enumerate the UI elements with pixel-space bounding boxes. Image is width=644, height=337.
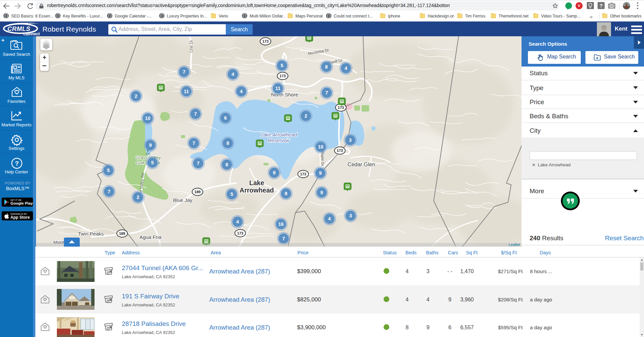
svg-text:9: 9	[320, 190, 323, 195]
svg-text:2: 2	[137, 195, 139, 200]
svg-text:7: 7	[325, 90, 328, 95]
svg-text:Lake: Lake	[249, 179, 264, 186]
svg-text:Line Dr: Line Dr	[189, 40, 193, 52]
svg-text:8: 8	[325, 64, 328, 70]
svg-text:8: 8	[226, 140, 229, 146]
svg-text:173: 173	[337, 149, 343, 153]
svg-text:9: 9	[319, 170, 322, 176]
svg-text:189: 189	[194, 190, 201, 194]
svg-text:9: 9	[273, 170, 276, 175]
svg-text:10: 10	[318, 144, 323, 150]
svg-text:11: 11	[275, 86, 280, 91]
svg-text:Leaflet: Leaflet	[509, 243, 520, 247]
svg-text:c◎nnect: c◎nnect	[23, 32, 40, 36]
svg-text:Cedar Glen: Cedar Glen	[348, 162, 375, 167]
svg-text:7: 7	[192, 140, 195, 146]
svg-text:9: 9	[149, 142, 152, 148]
svg-text:?: ?	[15, 160, 19, 167]
svg-text:8: 8	[285, 191, 287, 196]
svg-text:7: 7	[183, 69, 185, 75]
svg-text:4: 4	[240, 89, 243, 94]
svg-text:10: 10	[145, 116, 150, 121]
svg-text:4: 4	[345, 66, 347, 71]
svg-text:173: 173	[262, 39, 269, 43]
svg-text:16: 16	[278, 221, 284, 227]
svg-text:5: 5	[151, 160, 154, 165]
svg-text:8: 8	[225, 162, 228, 167]
svg-text:3: 3	[349, 137, 352, 143]
svg-text:4: 4	[231, 72, 234, 77]
svg-text:CRMLS: CRMLS	[7, 25, 30, 32]
svg-text:7: 7	[108, 189, 110, 194]
svg-text:5: 5	[230, 192, 233, 197]
svg-text:Arrowhead: Arrowhead	[240, 186, 274, 194]
svg-text:5: 5	[107, 168, 110, 173]
svg-text:2: 2	[135, 93, 137, 99]
svg-text:2: 2	[305, 113, 307, 119]
svg-text:Agua Fria: Agua Fria	[139, 234, 162, 240]
svg-text:4: 4	[236, 219, 239, 224]
svg-text:7: 7	[197, 161, 200, 166]
svg-text:Blue Jay: Blue Jay	[173, 197, 192, 203]
svg-text:Reservoir: Reservoir	[268, 137, 290, 143]
svg-text:7: 7	[194, 111, 197, 117]
svg-text:Twin Peaks: Twin Peaks	[78, 231, 104, 237]
svg-text:5: 5	[281, 63, 283, 68]
svg-text:Lake Arrowhead: Lake Arrowhead	[260, 132, 297, 137]
svg-text:6: 6	[224, 115, 227, 121]
svg-text:173: 173	[280, 74, 286, 78]
svg-text:11: 11	[184, 89, 189, 94]
svg-text:173: 173	[300, 172, 306, 176]
svg-text:173: 173	[338, 106, 344, 110]
svg-text:189: 189	[119, 231, 125, 236]
svg-text:V: V	[578, 4, 580, 8]
svg-text:173: 173	[237, 231, 243, 235]
svg-text:7: 7	[282, 236, 285, 241]
svg-text:3: 3	[349, 213, 352, 218]
svg-text:4: 4	[328, 216, 331, 221]
